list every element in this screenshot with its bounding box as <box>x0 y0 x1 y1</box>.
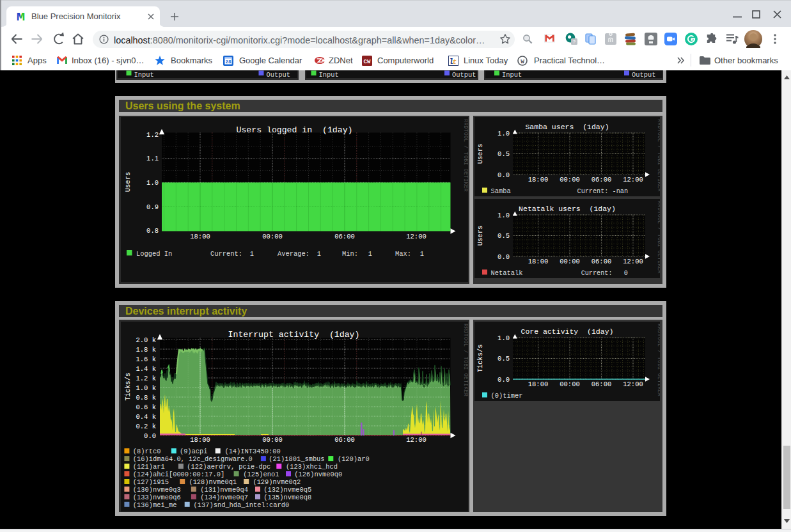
svg-text:28: 28 <box>225 59 231 65</box>
svg-text:(136)mei_me: (136)mei_me <box>133 501 177 509</box>
svg-text:(0)timer: (0)timer <box>491 392 523 400</box>
svg-text:Ticks/s: Ticks/s <box>476 344 484 372</box>
svg-text:Max:: Max: <box>395 250 411 258</box>
svg-text:0.8: 0.8 <box>146 227 159 235</box>
svg-text:00:00: 00:00 <box>560 176 580 184</box>
svg-text:Output: Output <box>632 71 655 79</box>
svg-text:Output: Output <box>452 71 476 79</box>
svg-text:0.5: 0.5 <box>497 232 510 240</box>
svg-text:1.6 k: 1.6 k <box>136 356 156 363</box>
svg-text:12:00: 12:00 <box>406 436 427 444</box>
svg-text:0.5: 0.5 <box>497 355 510 363</box>
svg-text:(8)rtc0: (8)rtc0 <box>133 448 161 455</box>
svg-text:(129)nvme0q2: (129)nvme0q2 <box>253 478 301 486</box>
svg-text:00:00: 00:00 <box>560 258 580 265</box>
svg-text:0.2 k: 0.2 k <box>136 423 156 430</box>
svg-text:(16)idma64.0, i2c_designware.0: (16)idma64.0, i2c_designware.0 <box>133 455 253 463</box>
svg-text:1: 1 <box>368 250 372 258</box>
svg-text:18:00: 18:00 <box>190 436 210 444</box>
svg-text:06:00: 06:00 <box>334 233 355 240</box>
svg-text:Core activity (1day): Core activity (1day) <box>521 327 614 336</box>
svg-text:1.0: 1.0 <box>497 334 510 342</box>
svg-text:0.0: 0.0 <box>497 376 510 384</box>
svg-text:Netatalk users (1day): Netatalk users (1day) <box>519 205 616 213</box>
svg-text:12:00: 12:00 <box>406 233 427 240</box>
svg-text:(9)acpi: (9)acpi <box>180 448 208 455</box>
svg-text:(134)nvme0q7: (134)nvme0q7 <box>200 494 248 501</box>
svg-text:RRDTOOL / TOBI OETIKER: RRDTOOL / TOBI OETIKER <box>463 119 468 192</box>
svg-text:0.5: 0.5 <box>497 150 510 158</box>
svg-text:RRDTOOL / TOBI OETIKER: RRDTOOL / TOBI OETIKER <box>463 324 468 396</box>
svg-text:Logged In: Logged In <box>136 250 172 258</box>
svg-text:(121)ar1: (121)ar1 <box>133 463 165 471</box>
svg-text:(130)nvme0q3: (130)nvme0q3 <box>133 486 181 494</box>
svg-text:Users: Users <box>124 172 132 192</box>
svg-text:0.0: 0.0 <box>497 171 510 179</box>
svg-text:Ticks/s: Ticks/s <box>124 373 132 401</box>
svg-text:Input: Input <box>134 71 154 79</box>
svg-text:Output: Output <box>267 71 290 79</box>
svg-text:00:00: 00:00 <box>262 436 283 444</box>
svg-text:t: t <box>452 58 457 66</box>
svg-text:RRDTOOL / TOBI OETIKER: RRDTOOL / TOBI OETIKER <box>657 201 661 274</box>
svg-text:W: W <box>521 58 524 65</box>
svg-text:Interrupt activity (1day): Interrupt activity (1day) <box>228 330 360 340</box>
svg-text:Netatalk: Netatalk <box>491 269 523 277</box>
svg-text:06:00: 06:00 <box>591 176 612 184</box>
svg-text:RRDTOOL / TOBI OETIKER: RRDTOOL / TOBI OETIKER <box>657 119 661 192</box>
svg-text:Current: -nan: Current: -nan <box>577 188 628 195</box>
svg-text:(120)ar0: (120)ar0 <box>338 455 370 463</box>
svg-text:1: 1 <box>250 250 254 258</box>
svg-text:18:00: 18:00 <box>528 380 549 388</box>
svg-text:0.9: 0.9 <box>146 203 159 211</box>
svg-text:18:00: 18:00 <box>528 176 549 184</box>
svg-text:(123)xhci_hcd: (123)xhci_hcd <box>286 463 338 471</box>
svg-text:(14)INT3450:00: (14)INT3450:00 <box>224 448 280 455</box>
svg-text:(132)nvme0q5: (132)nvme0q5 <box>263 486 311 494</box>
svg-text:Min:: Min: <box>342 250 358 258</box>
svg-text:06:00: 06:00 <box>591 258 612 265</box>
svg-text:1.0: 1.0 <box>146 179 159 187</box>
svg-text:0.0: 0.0 <box>144 432 156 440</box>
svg-text:2.0 k: 2.0 k <box>136 336 156 344</box>
svg-text:12:00: 12:00 <box>623 380 643 388</box>
svg-text:Current:: Current: <box>210 250 242 258</box>
svg-text:1.1: 1.1 <box>146 155 159 162</box>
svg-text:1.0 k: 1.0 k <box>136 384 156 392</box>
svg-text:18:00: 18:00 <box>528 258 549 265</box>
svg-text:1: 1 <box>420 250 424 258</box>
svg-text:(131)nvme0q4: (131)nvme0q4 <box>200 486 248 494</box>
svg-text:0.8 k: 0.8 k <box>136 394 156 402</box>
svg-text:(122)aerdrv, pcie-dpc: (122)aerdrv, pcie-dpc <box>187 463 270 471</box>
svg-text:00:00: 00:00 <box>560 380 580 388</box>
svg-text:1.0: 1.0 <box>497 212 510 219</box>
svg-text:18:00: 18:00 <box>190 233 210 240</box>
svg-text:1: 1 <box>317 250 321 258</box>
svg-text:12:00: 12:00 <box>623 258 643 265</box>
svg-text:Samba users (1day): Samba users (1day) <box>525 123 609 131</box>
svg-text:1.2: 1.2 <box>146 131 159 139</box>
svg-text:(124)ahci[0000:00:17.0]: (124)ahci[0000:00:17.0] <box>133 471 224 478</box>
svg-text:(21)i801_smbus: (21)i801_smbus <box>269 455 324 463</box>
svg-text:(126)nvme0q0: (126)nvme0q0 <box>294 471 342 478</box>
svg-text:Average:: Average: <box>278 250 309 258</box>
svg-text:0.6 k: 0.6 k <box>136 403 156 411</box>
svg-text:(137)snd_hda_intel:card0: (137)snd_hda_intel:card0 <box>194 501 290 509</box>
svg-text:Users logged in (1day): Users logged in (1day) <box>236 125 352 135</box>
svg-text:RRDTOOL / TOBI OETIKER: RRDTOOL / TOBI OETIKER <box>657 324 661 396</box>
svg-text:Users: Users <box>476 144 484 164</box>
svg-text:1.2 k: 1.2 k <box>136 375 156 382</box>
svg-text:Current: 0: Current: 0 <box>581 270 628 277</box>
svg-text:Samba: Samba <box>491 187 511 195</box>
svg-text:06:00: 06:00 <box>591 380 612 388</box>
svg-text:(128)nvme0q1: (128)nvme0q1 <box>189 478 237 486</box>
svg-text:?: ? <box>573 39 576 45</box>
svg-text:CW: CW <box>364 59 371 65</box>
svg-text:0.0: 0.0 <box>497 253 510 261</box>
svg-text:(133)nvme0q6: (133)nvme0q6 <box>133 494 181 501</box>
svg-text:Input: Input <box>319 71 339 79</box>
svg-text:(127)i915: (127)i915 <box>133 478 169 486</box>
svg-text:Users: Users <box>476 226 484 246</box>
svg-text:(135)nvme0q8: (135)nvme0q8 <box>263 494 311 501</box>
svg-text:1.0: 1.0 <box>497 130 510 137</box>
